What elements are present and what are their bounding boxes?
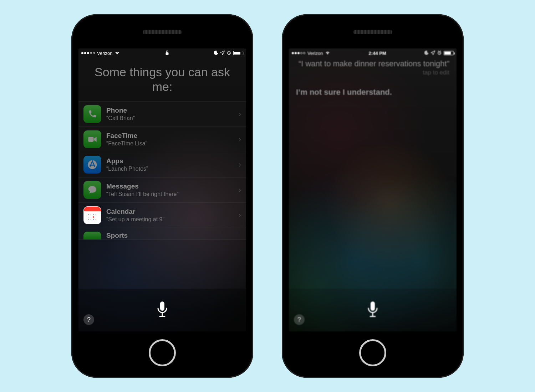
- signal-dots-icon: [81, 52, 95, 54]
- speaker-grille: [353, 30, 392, 34]
- carrier-label: Verizon: [307, 51, 323, 56]
- siri-bottom-bar: ?: [78, 289, 246, 331]
- svg-point-6: [93, 214, 94, 215]
- wifi-icon: [114, 51, 120, 56]
- svg-point-7: [96, 214, 96, 215]
- help-icon: ?: [87, 316, 91, 324]
- help-icon: ?: [297, 316, 301, 324]
- status-bar: Verizon 2:44 PM: [289, 48, 457, 58]
- location-arrow-icon: [431, 51, 435, 56]
- siri-bottom-bar: ?: [289, 289, 457, 331]
- wifi-icon: [325, 51, 330, 56]
- microphone-icon[interactable]: [367, 300, 379, 320]
- alarm-icon: [437, 51, 442, 56]
- svg-point-5: [91, 214, 91, 215]
- calendar-app-icon: [83, 206, 101, 224]
- carrier-label: Verizon: [97, 51, 112, 56]
- lock-icon: [165, 51, 169, 56]
- svg-rect-20: [371, 301, 375, 311]
- svg-point-13: [93, 219, 94, 220]
- battery-icon: [444, 51, 454, 55]
- svg-point-8: [88, 217, 89, 217]
- alarm-icon: [227, 51, 231, 56]
- svg-point-15: [93, 216, 94, 218]
- svg-rect-0: [165, 52, 168, 55]
- svg-point-10: [96, 217, 96, 217]
- siri-response-screen: Verizon 2:44 PM “I want to make dinner: [289, 48, 457, 331]
- home-button[interactable]: [359, 339, 386, 366]
- svg-point-9: [91, 217, 91, 217]
- svg-point-12: [91, 219, 91, 220]
- signal-dots-icon: [292, 52, 305, 54]
- speaker-grille: [143, 30, 182, 34]
- siri-suggestions-screen: Verizon: [78, 48, 246, 331]
- svg-point-14: [96, 219, 96, 220]
- phone-left-frame: Verizon: [71, 14, 253, 378]
- status-time: 2:44 PM: [330, 51, 424, 56]
- svg-point-11: [88, 219, 89, 220]
- battery-icon: [233, 51, 243, 55]
- microphone-icon[interactable]: [156, 300, 168, 320]
- svg-point-4: [88, 214, 89, 215]
- status-bar: Verizon: [78, 48, 246, 58]
- help-button[interactable]: ?: [294, 314, 305, 325]
- location-arrow-icon: [220, 51, 225, 56]
- moon-icon: [214, 51, 218, 56]
- help-button[interactable]: ?: [83, 314, 94, 325]
- svg-rect-16: [160, 301, 164, 311]
- home-button[interactable]: [149, 339, 176, 366]
- moon-icon: [424, 51, 429, 56]
- phone-right-frame: Verizon 2:44 PM “I want to make dinner: [282, 14, 464, 378]
